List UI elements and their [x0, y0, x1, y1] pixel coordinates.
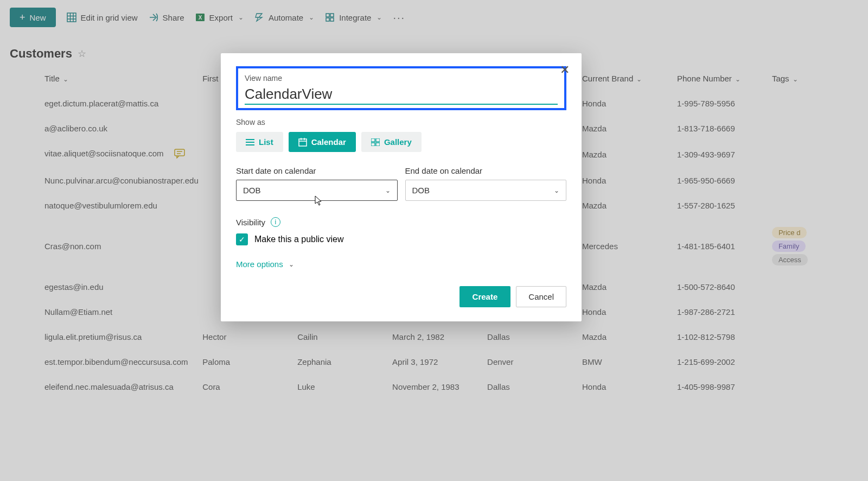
modal-buttons: Create Cancel	[236, 286, 566, 307]
visibility-row: Visibility i	[236, 217, 566, 227]
svg-rect-21	[371, 138, 375, 142]
start-date-col: Start date on calendar DOB ⌄	[236, 166, 398, 201]
cancel-button[interactable]: Cancel	[516, 286, 566, 307]
list-icon	[246, 138, 254, 146]
gallery-text: Gallery	[384, 137, 412, 147]
end-date-col: End date on calendar DOB ⌄	[405, 166, 567, 201]
create-button[interactable]: Create	[459, 286, 511, 307]
app-root: + New Edit in grid view Share X Export ⌄…	[0, 0, 868, 481]
gallery-icon	[371, 138, 380, 146]
svg-rect-17	[299, 139, 307, 146]
start-date-select[interactable]: DOB ⌄	[236, 180, 398, 201]
chevron-down-icon: ⌄	[554, 187, 559, 194]
calendar-date-row: Start date on calendar DOB ⌄ End date on…	[236, 166, 566, 201]
chevron-down-icon: ⌄	[385, 187, 391, 194]
view-name-input[interactable]	[245, 84, 558, 105]
visibility-label: Visibility	[236, 218, 265, 227]
calendar-text: Calendar	[311, 137, 346, 147]
view-name-highlight: View name	[236, 66, 566, 110]
end-date-select[interactable]: DOB ⌄	[405, 180, 567, 201]
public-view-row[interactable]: ✓ Make this a public view	[236, 233, 566, 245]
list-text: List	[259, 137, 273, 147]
close-icon[interactable]: ✕	[560, 63, 570, 77]
show-as-calendar-button[interactable]: Calendar	[289, 132, 356, 152]
end-date-label: End date on calendar	[405, 166, 567, 175]
svg-rect-23	[371, 143, 375, 146]
more-options-text: More options	[236, 260, 283, 269]
show-as-group: List Calendar Gallery	[236, 132, 566, 152]
show-as-list-button[interactable]: List	[236, 132, 283, 152]
svg-rect-24	[376, 143, 380, 146]
public-view-checkbox[interactable]: ✓	[236, 233, 248, 245]
info-icon[interactable]: i	[271, 217, 280, 227]
chevron-down-icon: ⌄	[289, 261, 294, 268]
start-date-label: Start date on calendar	[236, 166, 398, 175]
public-view-text: Make this a public view	[254, 235, 344, 244]
more-options-toggle[interactable]: More options ⌄	[236, 260, 566, 269]
view-name-label: View name	[245, 74, 558, 83]
show-as-label: Show as	[236, 118, 566, 126]
show-as-gallery-button[interactable]: Gallery	[361, 132, 422, 152]
calendar-icon	[298, 138, 307, 147]
start-date-value: DOB	[243, 186, 261, 195]
create-view-modal: ✕ View name Show as List Calendar Galler…	[221, 53, 582, 321]
svg-rect-22	[376, 138, 380, 142]
end-date-value: DOB	[412, 186, 430, 195]
